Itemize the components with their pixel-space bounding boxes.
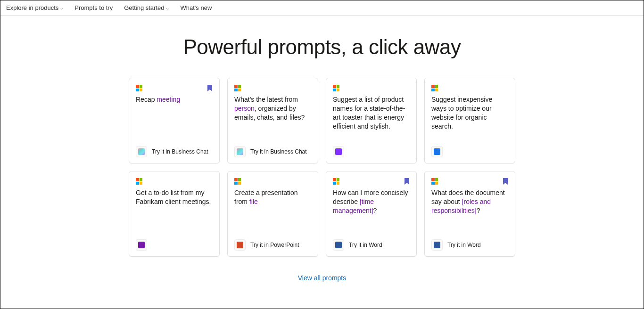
prompt-highlight: person [234, 105, 255, 112]
prompt-text-prefix: Suggest a list of product names for a st… [333, 96, 405, 130]
microsoft-logo-icon [234, 178, 241, 185]
microsoft-logo-icon [333, 178, 339, 185]
word-icon [333, 239, 344, 251]
prompt-card[interactable]: How can I more concisely describe [time … [326, 171, 417, 257]
hero: Powerful prompts, a click away [0, 35, 644, 59]
onenote-icon [136, 239, 147, 251]
card-footer: Try it in Word [431, 239, 508, 251]
try-in-label: Try it in Business Chat [250, 148, 307, 155]
prompt-text-prefix: Recap [136, 96, 157, 103]
card-header [136, 178, 213, 185]
chevron-down-icon: ⌵ [60, 5, 63, 10]
prompt-text: Suggest inexpensive ways to optimize our… [431, 95, 508, 131]
microsoft-logo-icon [234, 85, 241, 91]
prompt-highlight: file [249, 198, 258, 205]
card-header [136, 85, 213, 91]
page-title: Powerful prompts, a click away [0, 35, 644, 59]
card-footer [136, 239, 213, 251]
nav-prompts[interactable]: Prompts to try [74, 4, 113, 11]
card-header [431, 85, 508, 91]
bookmark-icon[interactable] [207, 85, 213, 91]
prompt-text-prefix: Suggest inexpensive ways to optimize our… [431, 96, 492, 130]
whiteboard-icon [431, 146, 443, 157]
prompt-text-prefix: Get a to-do list from my Fabrikam client… [136, 189, 211, 205]
bookmark-icon[interactable] [503, 178, 508, 185]
microsoft-logo-icon [431, 178, 438, 185]
prompt-text: Create a presentation from file [234, 188, 311, 206]
microsoft-logo-icon [431, 85, 438, 91]
prompt-card[interactable]: Recap meetingTry it in Business Chat [129, 78, 220, 163]
prompt-text: Suggest a list of product names for a st… [333, 95, 410, 131]
prompt-highlight: meeting [157, 96, 180, 103]
prompt-text: How can I more concisely describe [time … [333, 188, 410, 215]
card-footer [431, 146, 508, 157]
nav-getting-started-label: Getting started [124, 4, 164, 11]
powerpoint-icon [234, 239, 246, 251]
card-header [333, 178, 410, 185]
nav-explore[interactable]: Explore in products ⌵ [6, 4, 63, 11]
card-footer: Try it in Business Chat [234, 146, 311, 157]
prompt-text-prefix: What's the latest from [234, 96, 298, 103]
microsoft-logo-icon [136, 178, 142, 185]
prompt-text: What's the latest from person, organized… [234, 95, 311, 122]
loop-icon [333, 146, 344, 157]
top-nav: Explore in products ⌵ Prompts to try Get… [0, 0, 644, 16]
prompt-card[interactable]: Create a presentation from fileTry it in… [227, 171, 318, 257]
card-footer [333, 146, 410, 157]
prompt-text: What does the document say about [roles … [431, 188, 508, 215]
card-header [431, 178, 508, 185]
card-footer: Try it in Word [333, 239, 410, 251]
nav-whats-new-label: What's new [180, 4, 212, 11]
view-all-wrap: View all prompts [0, 274, 644, 282]
card-header [333, 85, 410, 91]
card-footer: Try it in PowerPoint [234, 239, 311, 251]
copilot-icon [234, 146, 246, 157]
card-footer: Try it in Business Chat [136, 146, 213, 157]
try-in-label: Try it in Word [447, 242, 481, 248]
microsoft-logo-icon [136, 85, 142, 91]
copilot-icon [136, 146, 147, 157]
nav-whats-new[interactable]: What's new [180, 4, 212, 11]
prompt-card[interactable]: Suggest inexpensive ways to optimize our… [424, 78, 515, 163]
nav-explore-label: Explore in products [6, 4, 58, 11]
prompt-text-suffix: ? [373, 207, 377, 214]
bookmark-icon[interactable] [404, 178, 410, 185]
nav-getting-started[interactable]: Getting started ⌵ [124, 4, 169, 11]
view-all-link[interactable]: View all prompts [298, 274, 346, 282]
prompt-card[interactable]: What does the document say about [roles … [424, 171, 515, 257]
nav-prompts-label: Prompts to try [74, 4, 113, 11]
word-icon [431, 239, 443, 251]
prompt-text: Recap meeting [136, 95, 213, 104]
try-in-label: Try it in Word [349, 242, 382, 248]
microsoft-logo-icon [333, 85, 339, 91]
try-in-label: Try it in PowerPoint [250, 242, 299, 248]
prompt-card[interactable]: Get a to-do list from my Fabrikam client… [129, 171, 220, 257]
try-in-label: Try it in Business Chat [152, 148, 208, 155]
prompt-card[interactable]: Suggest a list of product names for a st… [326, 78, 417, 163]
card-header [234, 85, 311, 91]
prompt-card[interactable]: What's the latest from person, organized… [227, 78, 318, 163]
prompt-text-prefix: Create a presentation from [234, 189, 298, 205]
card-header [234, 178, 311, 185]
prompt-grid: Recap meetingTry it in Business ChatWhat… [129, 78, 515, 257]
chevron-down-icon: ⌵ [166, 5, 169, 10]
prompt-text-suffix: ? [477, 207, 480, 214]
prompt-text: Get a to-do list from my Fabrikam client… [136, 188, 213, 206]
